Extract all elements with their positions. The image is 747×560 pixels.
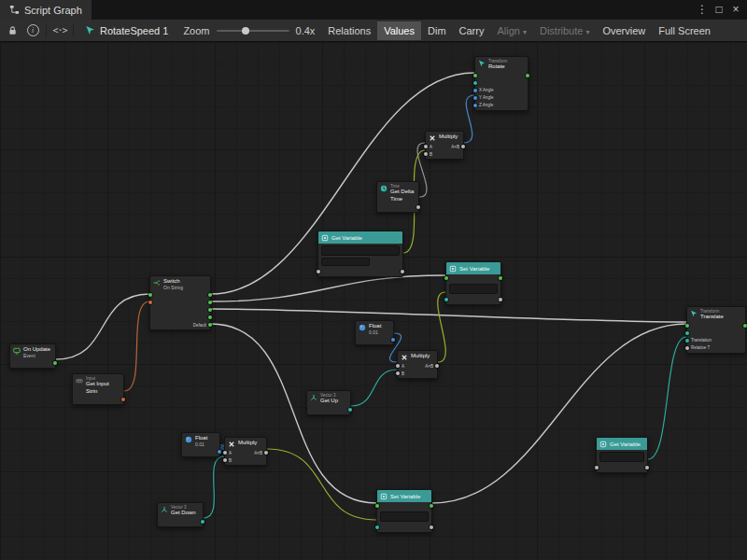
variable-field[interactable] bbox=[380, 511, 429, 522]
zoom-slider-thumb[interactable] bbox=[242, 27, 249, 35]
port-dot[interactable] bbox=[685, 339, 689, 343]
zoom-slider[interactable] bbox=[217, 30, 289, 32]
port-dot[interactable] bbox=[121, 398, 125, 401]
port-dot[interactable] bbox=[208, 315, 212, 319]
port-dot[interactable] bbox=[208, 308, 212, 312]
node-vector3-get-down[interactable]: Vector 3Get Down bbox=[157, 502, 204, 527]
port-dot[interactable] bbox=[595, 466, 599, 469]
lock-icon[interactable] bbox=[2, 21, 22, 40]
graph-canvas[interactable]: TransformRotateX AngleY AngleZ AngleMult… bbox=[0, 42, 747, 560]
toolbar-button-relations[interactable]: Relations bbox=[321, 21, 377, 40]
port-dot[interactable] bbox=[473, 89, 477, 92]
close-icon[interactable]: × bbox=[727, 0, 744, 20]
node-get-input[interactable]: InputGet Input Strin bbox=[72, 373, 124, 405]
port-dot[interactable] bbox=[201, 520, 204, 524]
port-dot[interactable] bbox=[208, 293, 212, 297]
node-float-2[interactable]: Float0.01 bbox=[181, 432, 220, 457]
port-dot[interactable] bbox=[685, 324, 689, 328]
transform-icon bbox=[690, 310, 698, 317]
variable-icon bbox=[599, 441, 607, 448]
port-dot[interactable] bbox=[218, 450, 221, 454]
toolbar-button-carry[interactable]: Carry bbox=[453, 21, 491, 40]
port-dot[interactable] bbox=[444, 298, 448, 301]
node-multiply-2[interactable]: MultiplyAA×BB bbox=[397, 350, 438, 379]
port-label: A×B bbox=[254, 451, 262, 455]
port-dot[interactable] bbox=[499, 276, 502, 280]
port-dot[interactable] bbox=[375, 525, 379, 529]
port-dot[interactable] bbox=[416, 205, 420, 209]
port-dot[interactable] bbox=[435, 364, 439, 368]
menu-icon[interactable]: ⋮ bbox=[694, 0, 711, 20]
port-label: B bbox=[229, 458, 232, 463]
toolbar-button-values[interactable]: Values bbox=[377, 21, 421, 40]
node-vector3-get-up[interactable]: Vector 3Get Up bbox=[306, 390, 351, 415]
port-dot[interactable] bbox=[317, 270, 320, 273]
node-header: Float0.01 bbox=[182, 433, 219, 448]
port-dot[interactable] bbox=[396, 364, 400, 368]
info-icon[interactable]: i bbox=[22, 21, 43, 40]
graph-pointer-icon bbox=[85, 25, 95, 35]
graph-name[interactable]: RotateSpeed 1 bbox=[77, 25, 176, 36]
maximize-icon[interactable]: □ bbox=[711, 0, 727, 20]
port-dot[interactable] bbox=[401, 270, 404, 273]
node-get-delta-time[interactable]: TimeGet Delta Time bbox=[376, 181, 419, 213]
port-dot[interactable] bbox=[348, 408, 352, 412]
port-dot[interactable] bbox=[645, 466, 649, 469]
node-get-variable-2[interactable]: Get Variable bbox=[596, 437, 648, 473]
variable-field-secondary[interactable] bbox=[321, 258, 370, 266]
port-dot[interactable] bbox=[424, 145, 428, 148]
code-socket-icon[interactable]: <·> bbox=[49, 21, 70, 40]
port-dot[interactable] bbox=[391, 338, 395, 342]
toolbar-button-full-screen[interactable]: Full Screen bbox=[652, 21, 717, 40]
port-dot[interactable] bbox=[208, 301, 212, 304]
node-set-variable-2[interactable]: Set Variable bbox=[376, 489, 432, 533]
toolbar-button-overview[interactable]: Overview bbox=[596, 21, 652, 40]
node-header: Float0.01 bbox=[356, 321, 393, 336]
variable-field[interactable] bbox=[449, 284, 498, 294]
port-dot[interactable] bbox=[473, 96, 477, 100]
port-dot[interactable] bbox=[461, 145, 465, 148]
node-get-variable-1[interactable]: Get Variable bbox=[317, 231, 403, 277]
port-row: B bbox=[225, 456, 266, 464]
tab-bar: Script Graph ⋮ □ × bbox=[0, 0, 747, 20]
port-label: X Angle bbox=[479, 88, 494, 92]
port-dot[interactable] bbox=[473, 74, 477, 77]
multiply-icon bbox=[401, 354, 408, 361]
port-dot[interactable] bbox=[473, 104, 477, 107]
node-translate[interactable]: TransformTranslateTranslationRelative T bbox=[686, 306, 746, 354]
port-dot[interactable] bbox=[148, 301, 152, 304]
port-dot[interactable] bbox=[499, 298, 502, 301]
toolbar-button-dim[interactable]: Dim bbox=[421, 21, 453, 40]
node-on-update[interactable]: On UpdateEvent bbox=[9, 343, 56, 369]
port-dot[interactable] bbox=[685, 331, 689, 335]
tab-script-graph[interactable]: Script Graph bbox=[0, 0, 92, 20]
port-dot[interactable] bbox=[264, 451, 268, 455]
port-dot[interactable] bbox=[473, 81, 477, 85]
port-dot[interactable] bbox=[396, 371, 400, 375]
port-dot[interactable] bbox=[526, 74, 529, 77]
port-dot[interactable] bbox=[444, 276, 448, 280]
port-dot[interactable] bbox=[430, 504, 433, 508]
node-multiply-1[interactable]: MultiplyAA×BB bbox=[425, 131, 464, 160]
port-dot[interactable] bbox=[53, 361, 57, 365]
port-dot[interactable] bbox=[424, 152, 428, 156]
port-dot[interactable] bbox=[743, 324, 747, 328]
variable-field[interactable] bbox=[599, 452, 644, 462]
node-float-1[interactable]: Float0.01 bbox=[355, 320, 394, 345]
toolbar-button-align[interactable]: Align▾ bbox=[490, 21, 532, 40]
node-rotate[interactable]: TransformRotateX AngleY AngleZ Angle bbox=[474, 56, 529, 111]
port-dot[interactable] bbox=[148, 293, 152, 297]
port-dot[interactable] bbox=[375, 504, 379, 508]
port-dot[interactable] bbox=[223, 458, 227, 462]
port-dot[interactable] bbox=[208, 323, 212, 327]
node-set-variable-1[interactable]: Set Variable bbox=[445, 261, 501, 305]
graph-name-label: RotateSpeed 1 bbox=[100, 25, 168, 36]
chevron-down-icon: ▾ bbox=[585, 28, 589, 36]
node-multiply-3[interactable]: MultiplyAA×BB bbox=[224, 437, 267, 466]
port-dot[interactable] bbox=[685, 346, 689, 350]
toolbar-button-distribute[interactable]: Distribute▾ bbox=[533, 21, 596, 40]
variable-field[interactable] bbox=[321, 245, 400, 256]
port-dot[interactable] bbox=[430, 525, 433, 529]
port-dot[interactable] bbox=[223, 451, 227, 455]
node-switch-on-string[interactable]: SwitchOn StringDefault bbox=[149, 275, 211, 330]
